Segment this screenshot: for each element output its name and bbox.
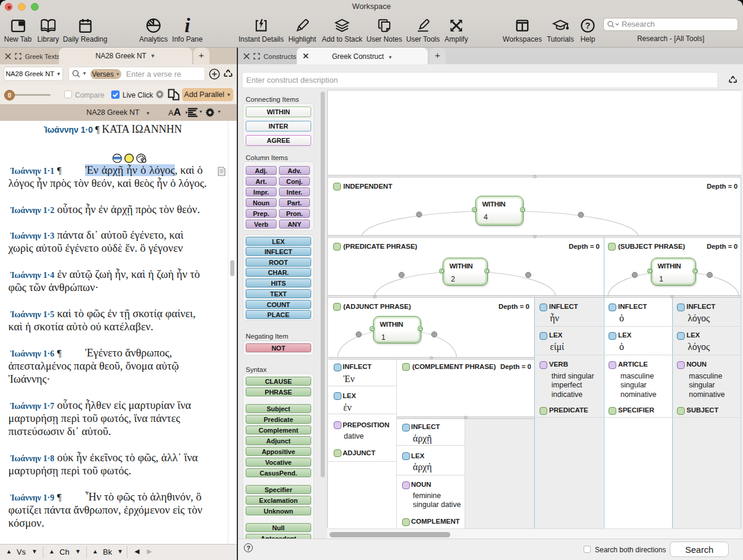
svg-text:?: ?	[585, 21, 591, 30]
